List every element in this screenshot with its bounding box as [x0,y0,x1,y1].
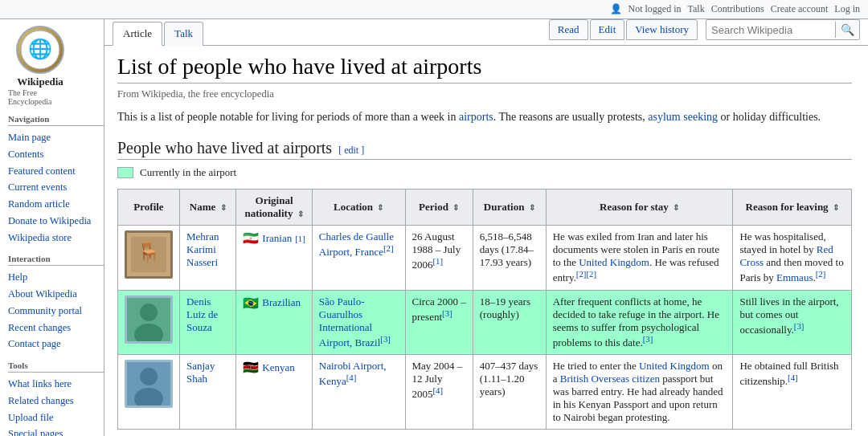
sidebar: 🌐 Wikipedia The Free Encyclopedia Naviga… [0,19,104,436]
interaction-title: Interaction [8,254,104,266]
reason-leaving-cell: He obtained full British citizenship.[4] [733,355,852,430]
section-edit-link[interactable]: [ edit ] [338,145,364,156]
stay-ref: [2] [586,269,596,279]
svg-point-6 [140,304,158,321]
profile-image [125,360,173,408]
col-profile: Profile [118,189,180,226]
wiki-logo[interactable]: 🌐 Wikipedia The Free Encyclopedia [8,26,72,106]
col-duration[interactable]: Duration ⇕ [473,189,546,226]
tab-view-history[interactable]: View history [626,19,698,40]
talk-link[interactable]: Talk [688,3,705,15]
sidebar-item-current-events[interactable]: Current events [8,179,104,196]
person-link[interactable]: Mehran Karimi Nasseri [186,230,219,268]
legend: Currently in the airport [117,166,852,179]
tools-section: Tools What links here Related changes Up… [8,361,104,436]
page-content: List of people who have lived at airport… [104,46,868,436]
layout: 🌐 Wikipedia The Free Encyclopedia Naviga… [0,19,868,436]
not-logged-in-text: Not logged in [628,3,682,15]
stay-ref: [3] [643,334,653,344]
page-title: List of people who have lived at airport… [117,54,852,84]
col-name[interactable]: Name ⇕ [180,189,236,226]
sidebar-item-related-changes[interactable]: Related changes [8,393,104,410]
flag-icon: 🇰🇪 [243,360,259,375]
sidebar-item-main-page[interactable]: Main page [8,129,104,146]
location-cell: Nairobi Airport, Kenya[4] [312,355,405,430]
navigation-section: Navigation Main page Contents Featured c… [8,114,104,246]
col-location[interactable]: Location ⇕ [312,189,405,226]
sidebar-item-donate[interactable]: Donate to Wikipedia [8,213,104,230]
log-in-link[interactable]: Log in [834,3,860,15]
section-heading: People who have lived at airports [ edit… [117,139,852,160]
sidebar-item-special[interactable]: Special pages [8,426,104,436]
duration-cell: 18–19 years (roughly) [473,290,546,354]
nationality-link[interactable]: Iranian [262,232,292,245]
leaving-ref: [2] [816,269,826,279]
sidebar-item-contact[interactable]: Contact page [8,336,104,352]
wiki-subtitle: The Free Encyclopedia [8,88,72,106]
person-link[interactable]: Sanjay Shah [186,360,215,385]
red-cross-link[interactable]: Red Cross [739,243,833,268]
nationality-cell: 🇰🇪 Kenyan [236,355,312,430]
nationality-link[interactable]: Kenyan [262,361,294,374]
sidebar-item-featured[interactable]: Featured content [8,163,104,180]
person-link[interactable]: Denis Luiz de Souza [186,295,218,333]
tab-article[interactable]: Article [113,22,162,46]
period-ref: [3] [442,308,452,318]
col-nationality[interactable]: Originalnationality ⇕ [236,189,312,226]
wiki-title: Wikipedia [17,75,63,88]
legend-label: Currently in the airport [140,166,236,179]
profile-cell [118,355,180,430]
contributions-link[interactable]: Contributions [711,3,764,15]
table-row: 🪑 Mehran Karimi Nasseri🇮🇷 Iranian[1]Char… [118,226,852,290]
sidebar-item-about[interactable]: About Wikipedia [8,286,104,303]
search-button[interactable]: 🔍 [835,22,859,38]
create-account-link[interactable]: Create account [771,3,829,15]
location-cell: São Paulo-Guarulhos International Airpor… [312,290,405,354]
location-link[interactable]: São Paulo-Guarulhos International Airpor… [319,295,381,348]
table-row: Denis Luiz de Souza🇧🇷 BrazilianSão Paulo… [118,290,852,354]
sidebar-item-contents[interactable]: Contents [8,146,104,163]
period-ref: [1] [433,256,444,266]
col-reason-leaving[interactable]: Reason for leaving ⇕ [733,189,852,226]
tab-talk[interactable]: Talk [164,22,203,46]
name-cell: Mehran Karimi Nasseri [180,226,236,290]
boc-link[interactable]: British Overseas citizen [560,373,660,385]
period-ref: [4] [433,385,444,395]
period-cell: 26 August 1988 – July 2006[1] [405,226,473,290]
tab-read[interactable]: Read [549,19,588,40]
airports-link[interactable]: airports [459,111,493,123]
location-cell: Charles de Gaulle Airport, France[2] [312,226,405,290]
emmaus-link[interactable]: Emmaus [776,272,813,284]
reason-leaving-cell: Still lives in the airport, but comes ou… [733,290,852,354]
reason-leaving-cell: He was hospitalised, stayed in hotel by … [733,226,852,290]
search-bar: 🔍 [706,19,860,40]
svg-point-9 [140,368,158,385]
name-cell: Sanjay Shah [180,355,236,430]
sidebar-item-random[interactable]: Random article [8,196,104,213]
asylum-seeking-link[interactable]: asylum seeking [648,111,718,123]
sidebar-item-what-links[interactable]: What links here [8,376,104,393]
col-period[interactable]: Period ⇕ [405,189,473,226]
profile-image: 🪑 [125,230,173,279]
leaving-ref: [4] [788,373,798,382]
tab-edit[interactable]: Edit [590,19,625,40]
period-cell: Circa 2000 – present[3] [405,290,473,354]
nationality-link[interactable]: Brazilian [262,296,301,309]
period-cell: May 2004 – 12 July 2005[4] [405,355,473,430]
reason-stay-cell: He tried to enter the United Kingdom on … [546,355,733,430]
col-reason-stay[interactable]: Reason for stay ⇕ [546,189,733,226]
legend-color-box [117,167,133,178]
sidebar-item-help[interactable]: Help [8,269,104,286]
table-row: Sanjay Shah🇰🇪 KenyanNairobi Airport, Ken… [118,355,852,430]
duration-cell: 407–437 days (1.11–1.20 years) [473,355,546,430]
uk-link[interactable]: United Kingdom [579,256,649,268]
search-input[interactable] [706,22,835,38]
uk-link2[interactable]: United Kingdom [639,360,710,372]
sidebar-item-recent[interactable]: Recent changes [8,320,104,336]
duration-cell: 6,518–6,548 days (17.84–17.93 years) [473,226,546,290]
sidebar-item-community[interactable]: Community portal [8,303,104,320]
sidebar-item-upload[interactable]: Upload file [8,410,104,426]
action-tabs: Read Edit View history 🔍 [549,19,860,45]
section-heading-text: People who have lived at airports [117,139,332,157]
sidebar-item-store[interactable]: Wikipedia store [8,230,104,247]
